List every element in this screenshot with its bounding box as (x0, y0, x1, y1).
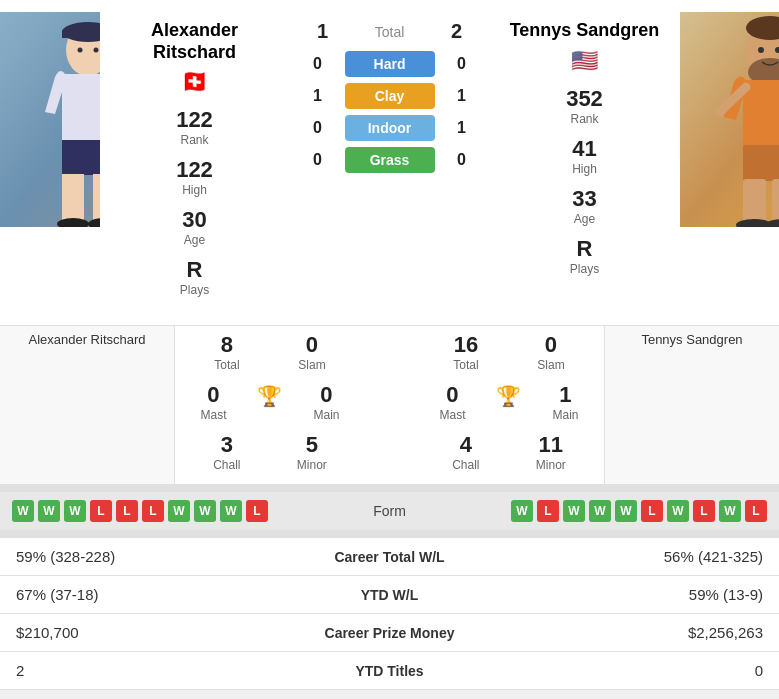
player-name-left: Alexander Ritschard (110, 20, 280, 63)
svg-point-22 (758, 47, 764, 53)
career-wl-row: 59% (328-228) Career Total W/L 56% (421-… (0, 538, 779, 576)
career-wl-right: 56% (421-325) (500, 548, 764, 565)
high-cell-right: 41 High (566, 134, 603, 180)
form-badge-w: W (563, 500, 585, 522)
form-badge-w: W (12, 500, 34, 522)
indoor-score-left: 0 (303, 119, 333, 137)
form-badge-l: L (246, 500, 268, 522)
form-badge-w: W (719, 500, 741, 522)
svg-point-12 (94, 48, 99, 53)
form-badge-w: W (168, 500, 190, 522)
trophy-right: 🏆 (490, 380, 527, 426)
high-row-left: 122 High (110, 155, 280, 201)
plays-cell-left: R Plays (174, 255, 215, 301)
form-badge-l: L (641, 500, 663, 522)
player-info-right: Tennys Sandgren 🇺🇸 352 Rank 41 High 33 A… (490, 12, 680, 313)
divider-1 (0, 484, 779, 492)
form-badge-l: L (142, 500, 164, 522)
divider-2 (0, 530, 779, 538)
prize-row: $210,700 Career Prize Money $2,256,263 (0, 614, 779, 652)
age-cell-left: 30 Age (176, 205, 212, 251)
high-cell-left: 122 High (170, 155, 219, 201)
rank-row-right: 352 Rank (500, 84, 670, 130)
form-badge-l: L (693, 500, 715, 522)
age-cell-right: 33 Age (566, 184, 602, 230)
center-section: 1 Total 2 0 Hard 0 1 Clay 1 0 Indoor 1 (290, 12, 490, 313)
prize-right: $2,256,263 (500, 624, 764, 641)
form-badge-l: L (537, 500, 559, 522)
clay-badge: Clay (345, 83, 435, 109)
surface-row-indoor: 0 Indoor 1 (290, 115, 490, 141)
form-badges-left: WWWLLLWWWL (12, 500, 268, 522)
svg-rect-4 (62, 140, 100, 175)
surface-row-hard: 0 Hard 0 (290, 51, 490, 77)
form-badge-w: W (615, 500, 637, 522)
form-badge-l: L (116, 500, 138, 522)
prize-left: $210,700 (16, 624, 280, 641)
right-stats-panel: 16 Total 0 Slam 0 Mast 🏆 1 Main (414, 326, 604, 484)
chall-minor-left: 3 Chall 5 Minor (185, 430, 355, 476)
rank-cell-right: 352 Rank (560, 84, 609, 130)
form-badge-w: W (194, 500, 216, 522)
form-badge-w: W (667, 500, 689, 522)
surface-row-clay: 1 Clay 1 (290, 83, 490, 109)
player-info-left: Alexander Ritschard 🇨🇭 122 Rank 122 High… (100, 12, 290, 313)
plays-row-right: R Plays (500, 234, 670, 280)
svg-point-11 (78, 48, 83, 53)
form-badge-w: W (589, 500, 611, 522)
form-label: Form (373, 503, 406, 519)
svg-rect-5 (62, 174, 84, 224)
total-score-right: 2 (442, 20, 472, 43)
rank-cell-left: 122 Rank (170, 105, 219, 151)
career-wl-left: 59% (328-228) (16, 548, 280, 565)
mast-main-right: 0 Mast 🏆 1 Main (424, 380, 594, 426)
ytd-wl-row: 67% (37-18) YTD W/L 59% (13-9) (0, 576, 779, 614)
titles-row: 2 YTD Titles 0 (0, 652, 779, 690)
total-row: 1 Total 2 (290, 20, 490, 43)
right-name-card: Tennys Sandgren (613, 332, 771, 347)
form-badge-l: L (745, 500, 767, 522)
titles-label: YTD Titles (280, 663, 500, 679)
left-stats-panel: 8 Total 0 Slam 0 Mast 🏆 0 Main (175, 326, 365, 484)
right-photo-name: Tennys Sandgren (604, 326, 779, 484)
age-row-left: 30 Age (110, 205, 280, 251)
trophy-left: 🏆 (251, 380, 288, 426)
player-name-right: Tennys Sandgren (510, 20, 660, 42)
form-badges-right: WLWWWLWLWL (511, 500, 767, 522)
grass-badge: Grass (345, 147, 435, 173)
titles-right: 0 (500, 662, 764, 679)
main-container: Alexander Ritschard 🇨🇭 122 Rank 122 High… (0, 0, 779, 690)
center-spacer (365, 326, 414, 484)
total-score-left: 1 (308, 20, 338, 43)
svg-rect-17 (743, 145, 780, 181)
match-section: Alexander Ritschard 🇨🇭 122 Rank 122 High… (0, 0, 779, 325)
form-badge-w: W (64, 500, 86, 522)
player-photo-right (680, 12, 780, 227)
prize-label: Career Prize Money (280, 625, 500, 641)
grass-score-right: 0 (447, 151, 477, 169)
indoor-badge: Indoor (345, 115, 435, 141)
form-badge-w: W (38, 500, 60, 522)
total-slam-left: 8 Total 0 Slam (185, 330, 355, 376)
clay-score-right: 1 (447, 87, 477, 105)
left-name-card: Alexander Ritschard (8, 332, 166, 347)
form-badge-w: W (220, 500, 242, 522)
indoor-score-right: 1 (447, 119, 477, 137)
form-section: WWWLLLWWWL Form WLWWWLWLWL (0, 492, 779, 530)
chall-minor-right: 4 Chall 11 Minor (424, 430, 594, 476)
surface-row-grass: 0 Grass 0 (290, 147, 490, 173)
mast-main-left: 0 Mast 🏆 0 Main (185, 380, 355, 426)
total-label: Total (350, 24, 430, 40)
svg-rect-6 (93, 174, 100, 224)
age-row-right: 33 Age (500, 184, 670, 230)
total-slam-right: 16 Total 0 Slam (424, 330, 594, 376)
flag-left: 🇨🇭 (181, 69, 208, 95)
ytd-wl-left: 67% (37-18) (16, 586, 280, 603)
player-cards-section: Alexander Ritschard 8 Total 0 Slam 0 Mas… (0, 325, 779, 484)
hard-badge: Hard (345, 51, 435, 77)
ytd-wl-right: 59% (13-9) (500, 586, 764, 603)
player-photo-left (0, 12, 100, 227)
left-photo-name: Alexander Ritschard (0, 326, 175, 484)
hard-score-right: 0 (447, 55, 477, 73)
flag-right: 🇺🇸 (571, 48, 598, 74)
